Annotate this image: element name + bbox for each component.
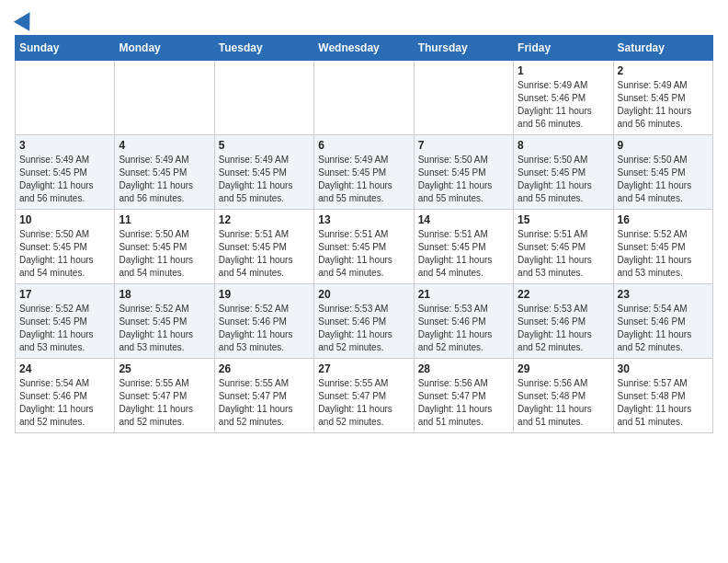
calendar-cell: [414, 61, 513, 135]
calendar-week-row: 17Sunrise: 5:52 AMSunset: 5:45 PMDayligh…: [16, 284, 713, 359]
day-number: 19: [219, 288, 310, 301]
weekday-header: Saturday: [613, 36, 712, 61]
day-info: Sunrise: 5:51 AMSunset: 5:45 PMDaylight:…: [418, 228, 509, 280]
day-info: Sunrise: 5:56 AMSunset: 5:47 PMDaylight:…: [418, 377, 509, 429]
day-info: Sunrise: 5:52 AMSunset: 5:45 PMDaylight:…: [618, 228, 709, 280]
calendar-header-row: SundayMondayTuesdayWednesdayThursdayFrid…: [16, 36, 713, 61]
calendar-cell: 24Sunrise: 5:54 AMSunset: 5:46 PMDayligh…: [16, 359, 115, 433]
day-info: Sunrise: 5:50 AMSunset: 5:45 PMDaylight:…: [19, 228, 110, 280]
day-number: 26: [219, 362, 310, 375]
day-info: Sunrise: 5:51 AMSunset: 5:45 PMDaylight:…: [219, 228, 310, 280]
calendar-cell: 19Sunrise: 5:52 AMSunset: 5:46 PMDayligh…: [214, 284, 313, 359]
day-number: 5: [219, 139, 310, 152]
calendar-cell: 1Sunrise: 5:49 AMSunset: 5:46 PMDaylight…: [514, 61, 613, 135]
day-number: 25: [119, 362, 210, 375]
day-number: 7: [418, 139, 509, 152]
day-number: 20: [318, 288, 409, 301]
calendar-cell: 2Sunrise: 5:49 AMSunset: 5:45 PMDaylight…: [613, 61, 712, 135]
day-number: 3: [19, 139, 110, 152]
day-number: 14: [418, 213, 509, 226]
calendar-cell: 9Sunrise: 5:50 AMSunset: 5:45 PMDaylight…: [613, 135, 712, 210]
weekday-header: Wednesday: [314, 36, 414, 61]
calendar-week-row: 3Sunrise: 5:49 AMSunset: 5:45 PMDaylight…: [16, 135, 713, 210]
calendar-cell: 21Sunrise: 5:53 AMSunset: 5:46 PMDayligh…: [414, 284, 513, 359]
calendar-cell: 23Sunrise: 5:54 AMSunset: 5:46 PMDayligh…: [613, 284, 712, 359]
day-number: 6: [318, 139, 409, 152]
weekday-header: Thursday: [414, 36, 513, 61]
calendar-cell: 27Sunrise: 5:55 AMSunset: 5:47 PMDayligh…: [314, 359, 414, 433]
calendar-cell: 16Sunrise: 5:52 AMSunset: 5:45 PMDayligh…: [613, 210, 712, 284]
day-number: 1: [518, 64, 609, 77]
calendar-cell: 20Sunrise: 5:53 AMSunset: 5:46 PMDayligh…: [314, 284, 414, 359]
calendar-cell: 17Sunrise: 5:52 AMSunset: 5:45 PMDayligh…: [16, 284, 115, 359]
day-number: 15: [518, 213, 609, 226]
logo-triangle-icon: [14, 7, 38, 31]
day-info: Sunrise: 5:51 AMSunset: 5:45 PMDaylight:…: [518, 228, 609, 280]
calendar-cell: 8Sunrise: 5:50 AMSunset: 5:45 PMDaylight…: [514, 135, 613, 210]
day-info: Sunrise: 5:57 AMSunset: 5:48 PMDaylight:…: [618, 377, 709, 429]
calendar-cell: [314, 61, 414, 135]
calendar-cell: 7Sunrise: 5:50 AMSunset: 5:45 PMDaylight…: [414, 135, 513, 210]
day-number: 23: [618, 288, 709, 301]
day-info: Sunrise: 5:49 AMSunset: 5:45 PMDaylight:…: [19, 154, 110, 205]
calendar-cell: 12Sunrise: 5:51 AMSunset: 5:45 PMDayligh…: [214, 210, 313, 284]
day-number: 16: [618, 213, 709, 226]
day-info: Sunrise: 5:50 AMSunset: 5:45 PMDaylight:…: [119, 228, 210, 280]
day-info: Sunrise: 5:49 AMSunset: 5:45 PMDaylight:…: [618, 79, 709, 131]
page-header: [15, 15, 713, 28]
day-info: Sunrise: 5:53 AMSunset: 5:46 PMDaylight:…: [518, 303, 609, 354]
day-info: Sunrise: 5:51 AMSunset: 5:45 PMDaylight:…: [318, 228, 409, 280]
calendar-cell: 26Sunrise: 5:55 AMSunset: 5:47 PMDayligh…: [214, 359, 313, 433]
day-info: Sunrise: 5:56 AMSunset: 5:48 PMDaylight:…: [518, 377, 609, 429]
day-info: Sunrise: 5:50 AMSunset: 5:45 PMDaylight:…: [518, 154, 609, 205]
calendar-cell: 29Sunrise: 5:56 AMSunset: 5:48 PMDayligh…: [514, 359, 613, 433]
calendar-cell: [115, 61, 214, 135]
day-number: 30: [618, 362, 709, 375]
day-number: 10: [19, 213, 110, 226]
day-info: Sunrise: 5:52 AMSunset: 5:46 PMDaylight:…: [219, 303, 310, 354]
calendar-cell: 6Sunrise: 5:49 AMSunset: 5:45 PMDaylight…: [314, 135, 414, 210]
day-number: 13: [318, 213, 409, 226]
calendar-cell: 28Sunrise: 5:56 AMSunset: 5:47 PMDayligh…: [414, 359, 513, 433]
day-number: 2: [618, 64, 709, 77]
calendar-cell: 14Sunrise: 5:51 AMSunset: 5:45 PMDayligh…: [414, 210, 513, 284]
day-info: Sunrise: 5:52 AMSunset: 5:45 PMDaylight:…: [119, 303, 210, 354]
day-info: Sunrise: 5:54 AMSunset: 5:46 PMDaylight:…: [19, 377, 110, 429]
calendar-cell: 5Sunrise: 5:49 AMSunset: 5:45 PMDaylight…: [214, 135, 313, 210]
calendar-week-row: 10Sunrise: 5:50 AMSunset: 5:45 PMDayligh…: [16, 210, 713, 284]
calendar-week-row: 1Sunrise: 5:49 AMSunset: 5:46 PMDaylight…: [16, 61, 713, 135]
day-info: Sunrise: 5:53 AMSunset: 5:46 PMDaylight:…: [418, 303, 509, 354]
day-info: Sunrise: 5:49 AMSunset: 5:45 PMDaylight:…: [318, 154, 409, 205]
weekday-header: Sunday: [16, 36, 115, 61]
calendar-cell: [16, 61, 115, 135]
day-number: 18: [119, 288, 210, 301]
day-number: 22: [518, 288, 609, 301]
day-number: 12: [219, 213, 310, 226]
calendar-cell: 22Sunrise: 5:53 AMSunset: 5:46 PMDayligh…: [514, 284, 613, 359]
calendar-cell: 13Sunrise: 5:51 AMSunset: 5:45 PMDayligh…: [314, 210, 414, 284]
day-number: 9: [618, 139, 709, 152]
day-info: Sunrise: 5:49 AMSunset: 5:45 PMDaylight:…: [219, 154, 310, 205]
day-number: 11: [119, 213, 210, 226]
calendar-cell: 30Sunrise: 5:57 AMSunset: 5:48 PMDayligh…: [613, 359, 712, 433]
weekday-header: Friday: [514, 36, 613, 61]
logo: [15, 15, 35, 28]
day-info: Sunrise: 5:52 AMSunset: 5:45 PMDaylight:…: [19, 303, 110, 354]
calendar-cell: 11Sunrise: 5:50 AMSunset: 5:45 PMDayligh…: [115, 210, 214, 284]
calendar-cell: [214, 61, 313, 135]
day-info: Sunrise: 5:55 AMSunset: 5:47 PMDaylight:…: [219, 377, 310, 429]
day-number: 24: [19, 362, 110, 375]
day-info: Sunrise: 5:55 AMSunset: 5:47 PMDaylight:…: [318, 377, 409, 429]
day-number: 17: [19, 288, 110, 301]
weekday-header: Monday: [115, 36, 214, 61]
day-info: Sunrise: 5:49 AMSunset: 5:46 PMDaylight:…: [518, 79, 609, 131]
day-number: 27: [318, 362, 409, 375]
calendar-cell: 3Sunrise: 5:49 AMSunset: 5:45 PMDaylight…: [16, 135, 115, 210]
day-number: 29: [518, 362, 609, 375]
day-number: 4: [119, 139, 210, 152]
calendar-cell: 10Sunrise: 5:50 AMSunset: 5:45 PMDayligh…: [16, 210, 115, 284]
weekday-header: Tuesday: [214, 36, 313, 61]
day-info: Sunrise: 5:50 AMSunset: 5:45 PMDaylight:…: [418, 154, 509, 205]
day-info: Sunrise: 5:53 AMSunset: 5:46 PMDaylight:…: [318, 303, 409, 354]
day-info: Sunrise: 5:50 AMSunset: 5:45 PMDaylight:…: [618, 154, 709, 205]
